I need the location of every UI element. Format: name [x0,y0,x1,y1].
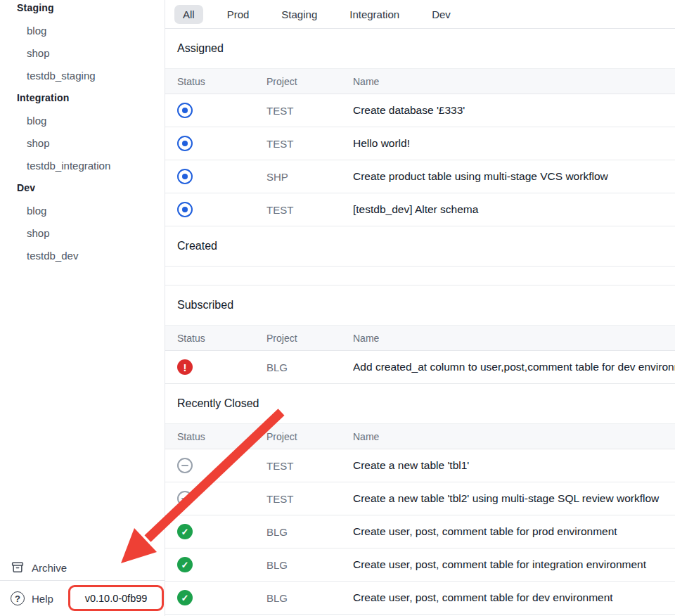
check-circle-icon: ✓ [177,590,193,605]
database-tree: Stagingblogshoptestdb_stagingIntegration… [0,0,165,267]
column-header-project: Project [266,76,353,87]
issue-row[interactable]: ✓BLGCreate user, post, comment table for… [165,582,675,615]
sidebar-item-testdb_staging[interactable]: testdb_staging [0,64,165,86]
issue-status-cell: ✓ [165,590,266,605]
column-header-name: Name [353,431,675,442]
issue-row[interactable]: TESTHello world! [165,127,675,160]
issue-row[interactable]: TEST[testdb_dev] Alter schema [165,193,675,226]
issue-project-cell: BLG [266,526,353,538]
issue-name-cell: Create product table using multi-stage V… [353,170,675,183]
column-header-project: Project [266,431,353,442]
circle-dot-icon [177,136,193,151]
tab-prod[interactable]: Prod [219,5,258,24]
issue-status-cell: ✓ [165,524,266,539]
version-badge: v0.10.0-0fb99 [68,585,164,611]
circle-dot-icon [177,103,193,118]
sidebar-item-blog[interactable]: blog [0,109,165,131]
table-header-row: StatusProjectName [165,423,675,449]
issue-name-cell: Create user, post, comment table for pro… [353,525,675,538]
issue-project-cell: TEST [266,493,353,505]
section-title-created: Created [165,226,675,266]
section-title-assigned: Assigned [165,29,675,68]
issue-project-cell: TEST [266,105,353,117]
issue-status-cell [165,458,266,473]
sidebar-item-shop[interactable]: shop [0,222,165,244]
column-header-status: Status [165,333,266,344]
table-header-row: StatusProjectName [165,325,675,351]
column-header-name: Name [353,76,675,87]
question-mark-circle-icon: ? [11,591,25,605]
table-header-row: StatusProjectName [165,68,675,94]
column-header-name: Name [353,333,675,344]
issue-status-cell [165,491,266,506]
tab-all[interactable]: All [174,5,203,24]
column-header-status: Status [165,431,266,442]
issue-status-cell [165,136,266,151]
issue-project-cell: SHP [266,171,353,183]
issue-status-cell: ! [165,359,266,375]
app-window: Stagingblogshoptestdb_stagingIntegration… [0,0,675,616]
check-circle-icon: ✓ [177,524,193,539]
main-content: AllProdStagingIntegrationDev AssignedSta… [165,0,675,616]
issue-row[interactable]: ✓BLGCreate user, post, comment table for… [165,515,675,548]
circle-dot-icon [177,202,193,217]
issue-row[interactable]: TESTCreate a new table 'tbl1' [165,449,675,482]
sidebar-item-shop[interactable]: shop [0,41,165,64]
sidebar-item-blog[interactable]: blog [0,199,165,222]
issue-project-cell: TEST [266,204,353,216]
issue-project-cell: TEST [266,460,353,472]
issue-row[interactable]: TESTCreate a new table 'tbl2' using mult… [165,482,675,515]
issue-row[interactable]: TESTCreate database '£333' [165,94,675,127]
issue-project-cell: BLG [266,361,353,373]
column-header-project: Project [266,333,353,344]
circle-dot-icon [177,169,193,184]
sidebar-item-testdb_dev[interactable]: testdb_dev [0,244,165,267]
environment-tabbar: AllProdStagingIntegrationDev [165,0,675,29]
issue-row[interactable]: ✓BLGCreate user, post, comment table for… [165,548,675,582]
issue-name-cell: Create database '£333' [353,104,675,117]
archive-label: Archive [32,562,67,574]
issue-project-cell: BLG [266,592,353,604]
column-header-status: Status [165,76,266,87]
issue-status-cell: ✓ [165,557,266,572]
minus-circle-icon [177,491,193,506]
issue-name-cell: Create user, post, comment table for dev… [353,591,675,604]
issue-sections: AssignedStatusProjectNameTESTCreate data… [165,29,675,615]
issue-row[interactable]: !BLGAdd created_at column to user,post,c… [165,351,675,384]
issue-name-cell: Create user, post, comment table for int… [353,558,675,571]
sidebar: Stagingblogshoptestdb_stagingIntegration… [0,0,165,616]
tab-staging[interactable]: Staging [273,5,326,24]
sidebar-item-shop[interactable]: shop [0,131,165,154]
issue-project-cell: BLG [266,559,353,571]
archive-button[interactable]: Archive [0,555,165,581]
archive-box-icon [11,560,25,575]
help-row: ? Help v0.10.0-0fb99 [0,581,165,616]
issue-name-cell: Add created_at column to user,post,comme… [353,361,675,373]
sidebar-group-integration: Integration [0,86,165,109]
exclamation-circle-icon: ! [177,359,193,375]
issue-row[interactable]: SHPCreate product table using multi-stag… [165,160,675,193]
check-circle-icon: ✓ [177,557,193,572]
help-label[interactable]: Help [32,593,53,605]
sidebar-bottom: Archive ? Help v0.10.0-0fb99 [0,555,165,616]
sidebar-group-staging: Staging [0,0,165,19]
issue-name-cell: Create a new table 'tbl2' using multi-st… [353,492,675,505]
issue-name-cell: Hello world! [353,137,675,150]
tab-integration[interactable]: Integration [341,5,408,24]
tab-dev[interactable]: Dev [423,5,459,24]
sidebar-group-dev: Dev [0,177,165,199]
section-title-recently-closed: Recently Closed [165,384,675,423]
minus-circle-icon [177,458,193,473]
sidebar-item-blog[interactable]: blog [0,19,165,41]
issue-status-cell [165,169,266,184]
issue-project-cell: TEST [266,138,353,150]
sidebar-item-testdb_integration[interactable]: testdb_integration [0,154,165,177]
section-title-subscribed: Subscribed [165,285,675,325]
issue-status-cell [165,202,266,217]
issue-name-cell: Create a new table 'tbl1' [353,459,675,472]
issue-status-cell [165,103,266,118]
empty-table-strip [165,266,675,285]
issue-name-cell: [testdb_dev] Alter schema [353,203,675,216]
